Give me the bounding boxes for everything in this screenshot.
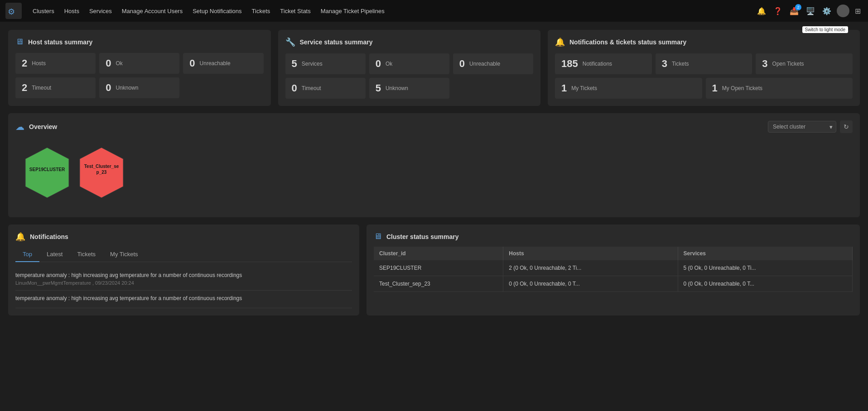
tickets-number: 3 xyxy=(662,58,667,70)
overview-title-group: ☁ Overview xyxy=(15,121,57,132)
host-stat-timeout[interactable]: 2 Timeout xyxy=(15,77,96,98)
navbar: ⚙ Clusters Hosts Services Manage Account… xyxy=(0,0,868,22)
notif-item-1[interactable]: temperature anomaly : high increasing av… xyxy=(15,268,352,291)
cluster-row-2[interactable]: Test_Cluster_sep_23 0 (0 Ok, 0 Unreachab… xyxy=(374,276,853,292)
hosts-number: 2 xyxy=(22,57,27,69)
main-content: 🖥 Host status summary 2 Hosts 0 Ok 0 Unr… xyxy=(0,22,868,324)
grid-icon[interactable]: ⊞ xyxy=(853,5,863,17)
host-status-title: Host status summary xyxy=(28,38,92,46)
logo[interactable]: ⚙ xyxy=(5,3,22,19)
service-status-title: Service status summary xyxy=(300,38,373,46)
host-status-card: 🖥 Host status summary 2 Hosts 0 Ok 0 Unr… xyxy=(8,30,271,106)
svg-text:⚙: ⚙ xyxy=(8,7,15,16)
overview-title: Overview xyxy=(29,123,57,130)
cluster-services-2: 0 (0 Ok, 0 Unreachable, 0 T... xyxy=(678,276,852,292)
host-stat-unreachable[interactable]: 0 Unreachable xyxy=(183,53,263,74)
cluster-hosts-1: 2 (0 Ok, 0 Unreachable, 2 Ti... xyxy=(503,260,678,276)
hosts-ok-label: Ok xyxy=(116,60,122,67)
cluster-hex-2[interactable]: Test_Cluster_se p_23 xyxy=(79,147,124,200)
service-stat-services[interactable]: 5 Services xyxy=(285,53,366,74)
cluster-services-1: 5 (0 Ok, 0 Unreachable, 0 Ti... xyxy=(678,260,852,276)
svg-text:SEP19CLUSTER: SEP19CLUSTER xyxy=(29,167,65,172)
notif-tickets-title: Notifications & tickets status summary xyxy=(569,38,686,46)
services-unknown-label: Unknown xyxy=(386,85,408,91)
nav-services[interactable]: Services xyxy=(85,5,116,17)
host-stat-hosts[interactable]: 2 Hosts xyxy=(15,53,96,74)
nav-setup-notifications[interactable]: Setup Notifications xyxy=(188,5,246,17)
notif-item-2[interactable]: temperature anomaly : high increasing av… xyxy=(15,291,352,308)
cloud-icon: ☁ xyxy=(15,121,24,132)
notifications-icon: 🔔 xyxy=(15,232,25,242)
notifications-tabs: Top Latest Tickets My Tickets xyxy=(15,247,352,262)
my-tickets-number: 1 xyxy=(561,82,567,94)
hosts-timeout-number: 2 xyxy=(22,82,27,94)
my-tickets-label: My Tickets xyxy=(571,85,597,91)
nav-manage-pipelines[interactable]: Manage Ticket Pipelines xyxy=(316,5,389,17)
overview-header: ☁ Overview Select cluster SEP19CLUSTER T… xyxy=(15,120,853,133)
notif-count[interactable]: 185 Notifications xyxy=(555,53,652,74)
cluster-table-head: Cluster_id Hosts Services xyxy=(374,247,853,260)
svg-text:p_23: p_23 xyxy=(96,170,107,175)
refresh-button[interactable]: ↻ xyxy=(840,120,853,133)
my-tickets-count[interactable]: 1 My Tickets xyxy=(555,78,702,99)
cluster-select[interactable]: Select cluster SEP19CLUSTER Test_Cluster… xyxy=(768,121,836,133)
nav-hosts[interactable]: Hosts xyxy=(60,5,84,17)
open-tickets-count[interactable]: 3 Open Tickets xyxy=(756,53,853,74)
hosts-unreachable-label: Unreachable xyxy=(200,60,231,67)
notifications-section: 🔔 Notifications Top Latest Tickets My Ti… xyxy=(8,225,359,315)
services-unreachable-label: Unreachable xyxy=(469,61,500,67)
hosts-unknown-label: Unknown xyxy=(116,85,138,91)
tab-top[interactable]: Top xyxy=(15,247,39,262)
host-icon: 🖥 xyxy=(15,37,24,47)
notif-tickets-stat-grid-row2: 1 My Tickets 1 My Open Tickets xyxy=(555,78,853,99)
nav-clusters[interactable]: Clusters xyxy=(28,5,59,17)
notif-meta-1: LinuxMon__pwrMgmtTemperature , 09/23/202… xyxy=(15,280,352,286)
hexagon-area: SEP19CLUSTER Test_Cluster_se p_23 xyxy=(15,142,853,205)
tab-tickets[interactable]: Tickets xyxy=(70,247,103,262)
cluster-hosts-2: 0 (0 Ok, 0 Unreachable, 0 T... xyxy=(503,276,678,292)
nav-tickets[interactable]: Tickets xyxy=(247,5,275,17)
nav-actions: 🔔 ❓ 📥 2 🖥️ ⚙️ ⊞ Switch to light mode xyxy=(755,5,863,17)
notifications-title: Notifications xyxy=(30,233,68,240)
hosts-ok-number: 0 xyxy=(106,57,111,69)
cluster-hex-1[interactable]: SEP19CLUSTER xyxy=(24,147,70,200)
overview-card: ☁ Overview Select cluster SEP19CLUSTER T… xyxy=(8,113,860,217)
bell-icon[interactable]: 🔔 xyxy=(755,5,768,17)
my-open-tickets-count[interactable]: 1 My Open Tickets xyxy=(706,78,853,99)
service-stat-unknown[interactable]: 5 Unknown xyxy=(369,78,449,99)
monitor-icon[interactable]: 🖥️ xyxy=(804,5,817,17)
avatar[interactable] xyxy=(837,5,849,17)
host-stat-ok[interactable]: 0 Ok xyxy=(99,53,179,74)
notif-source-1: LinuxMon__pwrMgmtTemperature xyxy=(15,280,91,286)
hosts-unreachable-number: 0 xyxy=(189,57,195,69)
open-tickets-number: 3 xyxy=(762,58,767,70)
badge-count: 2 xyxy=(795,4,801,10)
service-status-card: 🔧 Service status summary 5 Services 0 Ok… xyxy=(278,30,541,106)
my-open-tickets-label: My Open Tickets xyxy=(722,85,762,91)
services-unreachable-number: 0 xyxy=(459,58,465,70)
settings-icon[interactable]: ⚙️ xyxy=(820,5,833,17)
cluster-select-wrapper: Select cluster SEP19CLUSTER Test_Cluster… xyxy=(768,120,853,133)
svg-marker-2 xyxy=(25,148,69,198)
service-stat-ok[interactable]: 0 Ok xyxy=(369,53,449,74)
services-label: Services xyxy=(302,61,323,67)
cluster-id-2: Test_Cluster_sep_23 xyxy=(374,276,503,292)
nav-manage-users[interactable]: Manage Account Users xyxy=(117,5,187,17)
host-stat-unknown[interactable]: 0 Unknown xyxy=(99,77,179,98)
notif-tickets-icon: 🔔 xyxy=(555,37,565,47)
col-services: Services xyxy=(678,247,852,260)
tickets-count[interactable]: 3 Tickets xyxy=(656,53,752,74)
tab-latest[interactable]: Latest xyxy=(39,247,70,262)
host-stat-grid: 2 Hosts 0 Ok 0 Unreachable 2 Timeout 0 xyxy=(15,53,264,98)
service-stat-timeout[interactable]: 0 Timeout xyxy=(285,78,366,99)
nav-ticket-stats[interactable]: Ticket Stats xyxy=(275,5,315,17)
download-icon[interactable]: 📥 2 xyxy=(788,5,800,17)
hosts-timeout-label: Timeout xyxy=(32,85,51,91)
cluster-row-1[interactable]: SEP19CLUSTER 2 (0 Ok, 0 Unreachable, 2 T… xyxy=(374,260,853,276)
tab-my-tickets[interactable]: My Tickets xyxy=(103,247,145,262)
notif-text-1: temperature anomaly : high increasing av… xyxy=(15,272,352,278)
service-stat-unreachable[interactable]: 0 Unreachable xyxy=(453,53,533,74)
notif-tickets-header: 🔔 Notifications & tickets status summary xyxy=(555,37,853,47)
hosts-label: Hosts xyxy=(32,60,46,67)
help-icon[interactable]: ❓ xyxy=(772,5,784,17)
